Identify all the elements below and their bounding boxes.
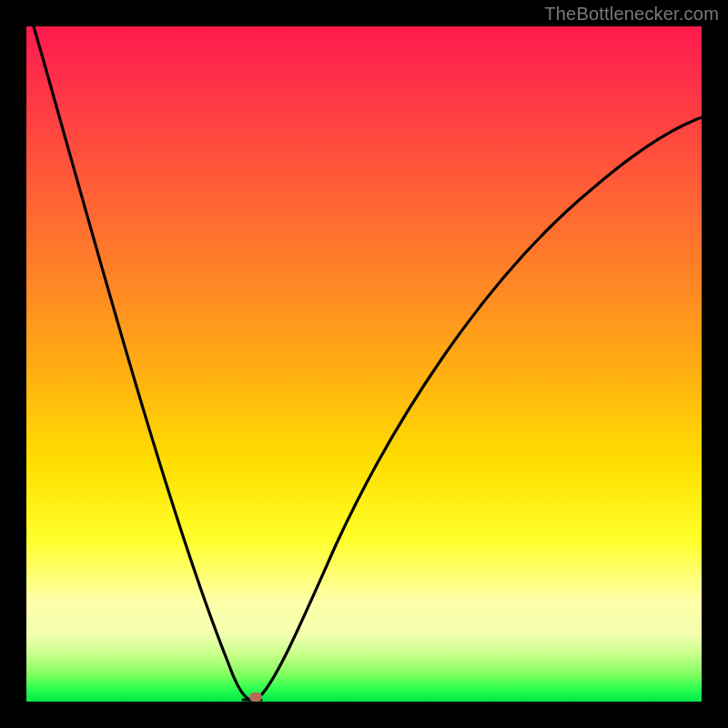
optimal-marker [249, 693, 262, 702]
bottleneck-curve [26, 26, 702, 702]
chart-frame: TheBottlenecker.com [0, 0, 728, 728]
attribution-label: TheBottlenecker.com [544, 4, 719, 25]
